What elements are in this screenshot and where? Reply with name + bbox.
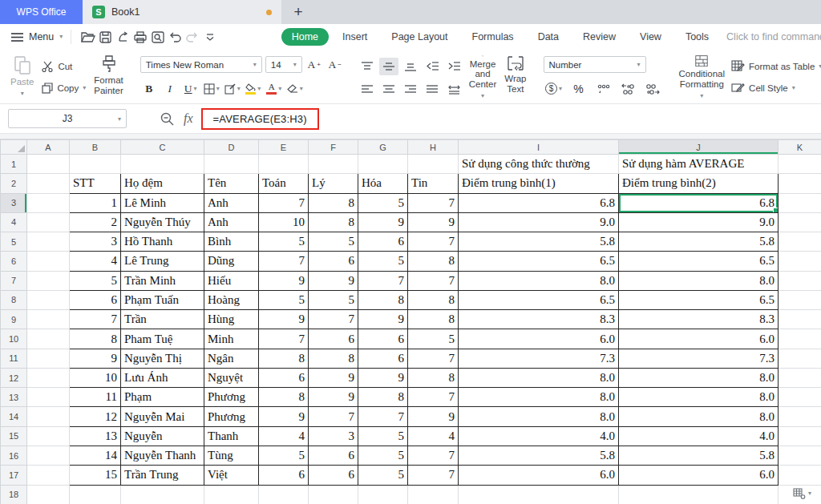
cell-G17[interactable]: 5 [358, 466, 408, 485]
row-header-10[interactable]: 10 [1, 329, 27, 349]
tab-data[interactable]: Data [528, 28, 569, 46]
cell-I6[interactable]: 6.5 [459, 252, 619, 271]
cell-style-button[interactable]: Cell Style▾ [729, 81, 821, 95]
cell-H7[interactable]: 7 [408, 271, 459, 290]
cell-C13[interactable]: Phạm [121, 388, 204, 407]
col-header-K[interactable]: K [779, 140, 821, 155]
cell-C8[interactable]: Phạm Tuấn [121, 290, 204, 309]
cell-A5[interactable] [27, 232, 70, 252]
cell-A14[interactable] [27, 407, 70, 426]
tab-home[interactable]: Home [281, 28, 329, 46]
cell-I9[interactable]: 8.3 [459, 310, 619, 329]
cell-C7[interactable]: Trần Minh [121, 271, 204, 290]
cell-E14[interactable]: 9 [259, 407, 309, 426]
cell-K17[interactable] [779, 466, 821, 485]
cell-G8[interactable]: 8 [358, 290, 408, 309]
cell-H4[interactable]: 9 [408, 212, 459, 232]
cell-G6[interactable]: 5 [358, 252, 408, 271]
cell-B1[interactable] [70, 155, 121, 174]
cell-A6[interactable] [27, 252, 70, 271]
select-all-corner[interactable] [1, 140, 27, 155]
cell-G16[interactable]: 5 [358, 446, 408, 465]
cell-E17[interactable]: 6 [259, 466, 309, 485]
cell-J14[interactable]: 8.0 [619, 407, 779, 426]
cell-E7[interactable]: 9 [259, 271, 309, 290]
cell-J3[interactable]: 6.8 [619, 193, 779, 212]
draw-border-button[interactable]: ▾ [224, 80, 241, 97]
row-header-3[interactable]: 3 [1, 193, 27, 212]
cell-C12[interactable]: Lưu Ánh [121, 368, 204, 387]
undo-button[interactable] [167, 28, 184, 46]
col-header-F[interactable]: F [309, 140, 358, 155]
cell-F2[interactable]: Lý [309, 174, 358, 193]
cell-I5[interactable]: 5.8 [459, 232, 619, 252]
name-box[interactable]: J3 ▾ [8, 109, 127, 128]
cell-E2[interactable]: Toán [259, 174, 309, 193]
cell-I16[interactable]: 5.8 [459, 446, 619, 465]
increase-indent-button[interactable] [444, 58, 463, 75]
new-tab-button[interactable]: + [281, 0, 315, 24]
row-header-9[interactable]: 9 [1, 310, 27, 329]
cell-E8[interactable]: 5 [259, 290, 309, 309]
fx-icon[interactable]: fx [184, 111, 193, 126]
cell-G13[interactable]: 8 [358, 388, 408, 407]
cell-K1[interactable] [779, 155, 821, 174]
fill-color-button[interactable]: ▾ [245, 80, 262, 97]
zoom-out-button[interactable] [160, 112, 174, 126]
font-color-button[interactable]: A▾ [265, 80, 283, 97]
cell-K2[interactable] [779, 174, 821, 193]
align-left-button[interactable] [358, 81, 377, 99]
cell-J5[interactable]: 5.8 [619, 232, 779, 252]
cell-K10[interactable] [779, 329, 821, 349]
cell-B12[interactable]: 10 [70, 368, 121, 387]
more-commands-button[interactable] [201, 28, 219, 46]
cell-F7[interactable]: 9 [309, 271, 358, 290]
tab-tools[interactable]: Tools [675, 28, 719, 46]
cell-G15[interactable]: 5 [358, 426, 408, 446]
cell-H10[interactable]: 5 [408, 329, 459, 349]
cell-H5[interactable]: 7 [408, 232, 459, 252]
cell-H14[interactable]: 9 [408, 407, 459, 426]
redo-button[interactable] [184, 28, 201, 46]
cell-D4[interactable]: Anh [204, 212, 259, 232]
col-header-E[interactable]: E [259, 140, 309, 155]
cell-A7[interactable] [27, 271, 70, 290]
row-header-2[interactable]: 2 [1, 174, 27, 193]
format-painter-button[interactable]: Format Painter [90, 52, 127, 102]
open-button[interactable] [79, 28, 97, 46]
underline-button[interactable]: U▾ [182, 80, 200, 97]
cell-E9[interactable]: 9 [259, 310, 309, 329]
cell-D13[interactable]: Phương [204, 388, 259, 407]
cell-D1[interactable] [204, 155, 259, 174]
cell-D2[interactable]: Tên [204, 174, 259, 193]
cell-F6[interactable]: 6 [309, 252, 358, 271]
cell-G5[interactable]: 6 [358, 232, 408, 252]
tab-review[interactable]: Review [572, 28, 626, 46]
cell-H2[interactable]: Tin [408, 174, 459, 193]
cell-I14[interactable]: 8.0 [459, 407, 619, 426]
cell-E18[interactable] [259, 485, 309, 504]
font-size-select[interactable]: 14▾ [265, 56, 302, 73]
cell-D8[interactable]: Hoàng [204, 290, 259, 309]
cell-F3[interactable]: 8 [309, 193, 358, 212]
cell-A12[interactable] [27, 368, 70, 387]
cell-D15[interactable]: Thanh [204, 426, 259, 446]
cell-B2[interactable]: STT [70, 174, 121, 193]
cell-C18[interactable] [121, 485, 204, 504]
cell-H9[interactable]: 8 [408, 310, 459, 329]
col-header-J[interactable]: J [619, 140, 779, 155]
cell-C14[interactable]: Nguyễn Mai [121, 407, 204, 426]
row-header-17[interactable]: 17 [1, 466, 27, 485]
cell-J1[interactable]: Sử dụng hàm AVERAGE [619, 155, 779, 174]
cell-F11[interactable]: 8 [309, 349, 358, 368]
increase-font-button[interactable]: A+ [305, 56, 323, 73]
cell-E15[interactable]: 4 [259, 426, 309, 446]
cell-B7[interactable]: 5 [70, 271, 121, 290]
cell-D6[interactable]: Dũng [204, 252, 259, 271]
cell-E3[interactable]: 7 [259, 193, 309, 212]
percent-format-button[interactable]: % [570, 80, 588, 97]
cell-B10[interactable]: 8 [70, 329, 121, 349]
cell-E4[interactable]: 10 [259, 212, 309, 232]
decrease-indent-button[interactable] [423, 58, 442, 75]
cell-B11[interactable]: 9 [70, 349, 121, 368]
